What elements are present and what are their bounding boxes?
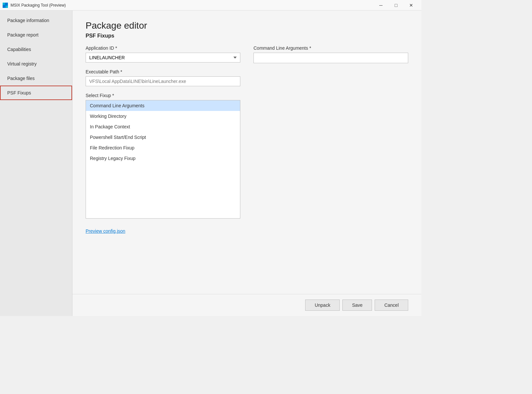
- title-bar: MSIX Packaging Tool (Preview) ─ □ ✕: [0, 0, 421, 11]
- fixup-listbox: Command Line Arguments Working Directory…: [86, 100, 240, 219]
- left-panel: Application ID * LINELAUNCHER Executable…: [86, 45, 240, 284]
- save-button[interactable]: Save: [342, 300, 372, 311]
- sidebar-item-virtual-registry[interactable]: Virtual registry: [0, 57, 72, 71]
- command-line-args-label: Command Line Arguments *: [253, 45, 408, 51]
- executable-path-label: Executable Path *: [86, 69, 240, 74]
- command-line-args-group: Command Line Arguments *: [253, 45, 408, 63]
- minimize-button[interactable]: ─: [373, 0, 388, 11]
- sidebar-item-capabilities[interactable]: Capabilities: [0, 42, 72, 57]
- command-line-args-input[interactable]: [253, 53, 408, 63]
- sidebar-item-package-report[interactable]: Package report: [0, 28, 72, 42]
- fixup-item-file-redir[interactable]: File Redirection Fixup: [86, 143, 240, 153]
- application-id-select[interactable]: LINELAUNCHER: [86, 53, 240, 63]
- page-title: Package editor: [86, 20, 408, 31]
- app-icon: [3, 3, 8, 8]
- fixup-item-working-dir[interactable]: Working Directory: [86, 111, 240, 121]
- fixup-item-reg-legacy[interactable]: Registry Legacy Fixup: [86, 153, 240, 164]
- executable-path-input[interactable]: [86, 76, 240, 86]
- section-title: PSF Fixups: [86, 33, 408, 39]
- right-panel: Command Line Arguments *: [253, 45, 408, 284]
- sidebar-item-package-files[interactable]: Package files: [0, 71, 72, 86]
- unpack-button[interactable]: Unpack: [305, 300, 340, 311]
- main-content: Package editor PSF Fixups Application ID…: [72, 11, 421, 294]
- application-id-label: Application ID *: [86, 45, 240, 51]
- sidebar-item-psf-fixups[interactable]: PSF Fixups: [0, 86, 72, 100]
- app-body: Package information Package report Capab…: [0, 11, 421, 316]
- footer: Unpack Save Cancel: [72, 294, 421, 316]
- window-controls: ─ □ ✕: [373, 0, 419, 11]
- cancel-button[interactable]: Cancel: [375, 300, 408, 311]
- preview-config-link[interactable]: Preview config.json: [86, 228, 125, 234]
- svg-rect-2: [3, 6, 5, 8]
- svg-rect-3: [6, 6, 8, 8]
- sidebar: Package information Package report Capab…: [0, 11, 72, 316]
- maximize-button[interactable]: □: [388, 0, 404, 11]
- fixup-item-ps-script[interactable]: Powershell Start/End Script: [86, 132, 240, 143]
- application-id-group: Application ID * LINELAUNCHER: [86, 45, 240, 63]
- select-fixup-label: Select Fixup *: [86, 93, 240, 98]
- select-fixup-group: Select Fixup * Command Line Arguments Wo…: [86, 93, 240, 219]
- close-button[interactable]: ✕: [404, 0, 419, 11]
- svg-rect-1: [6, 3, 8, 5]
- sidebar-item-package-information[interactable]: Package information: [0, 13, 72, 28]
- content-area: Application ID * LINELAUNCHER Executable…: [86, 45, 408, 284]
- fixup-item-cmd-args[interactable]: Command Line Arguments: [86, 100, 240, 111]
- svg-rect-0: [3, 3, 5, 5]
- fixup-item-in-pkg-ctx[interactable]: In Package Context: [86, 121, 240, 132]
- executable-path-group: Executable Path *: [86, 69, 240, 86]
- window-title: MSIX Packaging Tool (Preview): [11, 3, 373, 8]
